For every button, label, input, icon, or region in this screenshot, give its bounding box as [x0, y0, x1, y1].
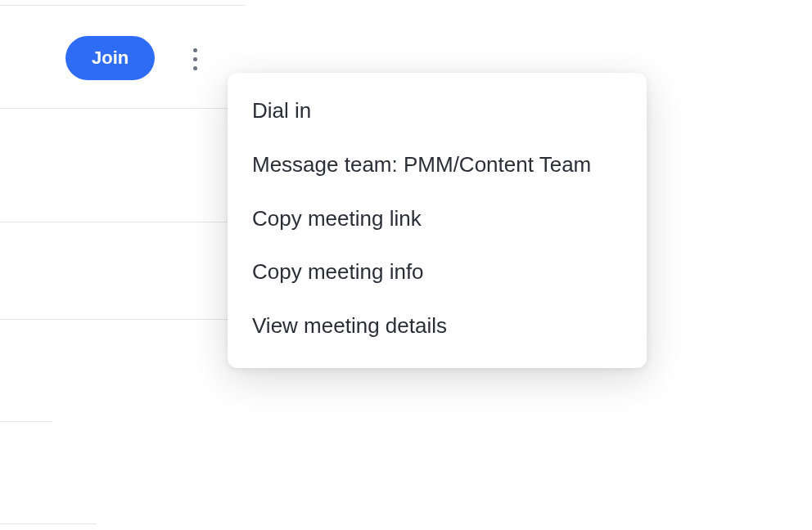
- divider: [0, 421, 52, 422]
- menu-item-label: Message team: PMM/Content Team: [252, 152, 591, 177]
- kebab-icon: [193, 48, 197, 52]
- menu-item-view-details[interactable]: View meeting details: [228, 299, 647, 353]
- left-panel: Join: [0, 0, 246, 530]
- more-options-button[interactable]: [183, 41, 206, 77]
- divider: [0, 319, 246, 320]
- join-button-label: Join: [92, 47, 129, 68]
- menu-item-copy-link[interactable]: Copy meeting link: [228, 192, 647, 246]
- menu-item-label: Copy meeting link: [252, 206, 422, 231]
- divider: [0, 5, 246, 6]
- menu-item-label: View meeting details: [252, 313, 447, 338]
- divider: [0, 108, 246, 109]
- join-button[interactable]: Join: [65, 36, 155, 80]
- menu-item-copy-info[interactable]: Copy meeting info: [228, 245, 647, 299]
- divider: [0, 222, 246, 222]
- menu-item-dial-in[interactable]: Dial in: [228, 84, 647, 138]
- divider: [0, 523, 97, 524]
- context-menu: Dial in Message team: PMM/Content Team C…: [228, 73, 647, 368]
- kebab-icon: [193, 66, 197, 70]
- menu-item-message-team[interactable]: Message team: PMM/Content Team: [228, 138, 647, 192]
- kebab-icon: [193, 57, 197, 61]
- menu-item-label: Dial in: [252, 98, 311, 123]
- menu-item-label: Copy meeting info: [252, 259, 424, 284]
